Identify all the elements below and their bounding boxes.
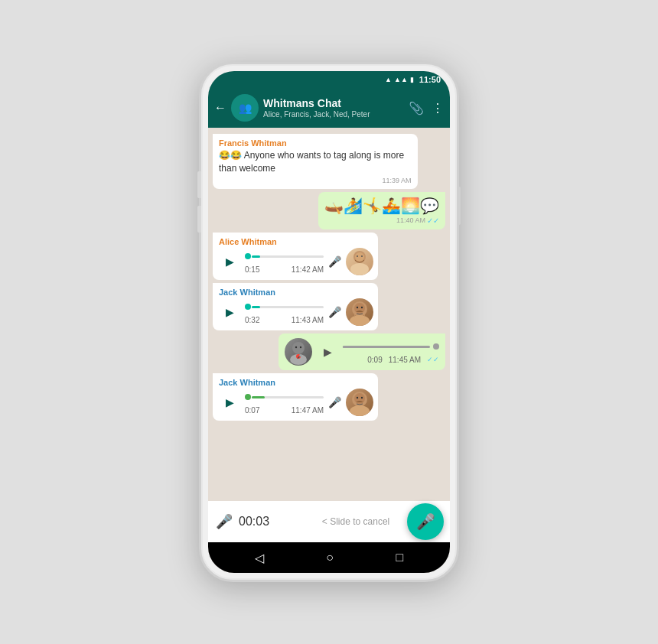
signal-icon: ▲▲ — [394, 76, 408, 83]
waveform: 0:07 11:47 AM — [245, 389, 324, 415]
svg-point-19 — [357, 396, 358, 398]
nav-bar: ◁ ○ □ — [208, 542, 450, 573]
attachment-icon[interactable]: 📎 — [409, 101, 424, 115]
svg-point-2 — [355, 252, 364, 262]
header-actions: 📎 ⋮ — [409, 101, 444, 115]
waveform: 0:15 11:42 AM — [245, 249, 324, 274]
duration-label: 0:15 — [245, 265, 259, 274]
voice-message: ▶ 0:09 11:45 AM — [317, 339, 439, 364]
recording-bar: 🎤 00:03 < Slide to cancel 🎤 — [208, 501, 450, 542]
apps-nav-button[interactable]: □ — [396, 551, 404, 564]
sender-name: Alice Whitman — [219, 237, 373, 246]
chat-header: ← 👥 Whitmans Chat Alice, Francis, Jack, … — [208, 88, 450, 128]
message-time: 11:39 AM — [219, 177, 412, 184]
message-text: 😂😂 Anyone who wants to tag along is more… — [219, 149, 412, 175]
svg-point-1 — [350, 263, 369, 275]
play-icon: ▶ — [226, 396, 234, 408]
message-time: 11:40 AM ✓✓ — [324, 216, 439, 225]
record-button[interactable]: 🎤 — [407, 503, 444, 540]
waveform-bars — [245, 389, 324, 405]
waveform: 0:09 11:45 AM ✓✓ — [343, 339, 439, 364]
mic-button-icon: 🎤 — [416, 512, 435, 531]
read-ticks: ✓✓ — [427, 216, 439, 225]
mic-icon: 🎤 — [328, 396, 341, 408]
wifi-icon: ▲ — [385, 76, 392, 83]
chat-title: Whitmans Chat — [263, 97, 404, 110]
battery-icon: ▮ — [410, 76, 414, 83]
status-bar: ▲ ▲▲ ▮ 11:50 — [208, 71, 450, 88]
timestamp: 11:47 AM — [292, 406, 324, 415]
play-button[interactable]: ▶ — [219, 392, 240, 413]
svg-point-9 — [361, 306, 363, 307]
sender-name: Jack Whitman — [219, 378, 373, 387]
waveform-bars — [245, 299, 324, 314]
message-jack-voice-2: Jack Whitman ▶ — [213, 373, 378, 421]
svg-point-10 — [292, 342, 305, 354]
svg-text:🎤: 🎤 — [297, 354, 302, 359]
avatar-recording: 🎤 — [285, 338, 312, 366]
back-nav-button[interactable]: ◁ — [255, 551, 264, 565]
home-nav-button[interactable]: ○ — [326, 551, 334, 564]
volume-up-button[interactable] — [197, 171, 201, 198]
recording-mic-icon: 🎤 — [216, 513, 233, 530]
avatar-alice — [346, 248, 373, 275]
svg-point-13 — [300, 346, 301, 347]
message-emoji-outgoing: 🛶🏄🤸🚣🌅💬 11:40 AM ✓✓ — [318, 192, 445, 229]
status-icons: ▲ ▲▲ ▮ 11:50 — [385, 75, 441, 84]
svg-point-12 — [295, 346, 297, 347]
timestamp: 11:45 AM — [389, 356, 421, 364]
power-button[interactable] — [457, 187, 461, 225]
header-info: Whitmans Chat Alice, Francis, Jack, Ned,… — [263, 97, 404, 119]
avatar-jack-2 — [346, 389, 373, 416]
svg-point-3 — [357, 255, 358, 257]
sender-name: Jack Whitman — [219, 288, 373, 297]
play-icon: ▶ — [324, 346, 332, 358]
phone-frame: ▲ ▲▲ ▮ 11:50 ← 👥 Whitmans Chat Alice, Fr… — [199, 62, 459, 582]
phone-screen: ▲ ▲▲ ▮ 11:50 ← 👥 Whitmans Chat Alice, Fr… — [208, 71, 450, 573]
voice-message: ▶ 0:15 11: — [219, 249, 341, 274]
play-button[interactable]: ▶ — [317, 341, 338, 363]
duration-label: 0:07 — [245, 406, 259, 415]
group-avatar: 👥 — [231, 94, 259, 122]
play-button[interactable]: ▶ — [219, 251, 240, 272]
sender-name: Francis Whitman — [219, 138, 412, 148]
message-jack-voice-1: Jack Whitman ▶ — [213, 283, 378, 330]
message-outgoing-voice: 🎤 ▶ — [279, 333, 445, 370]
voice-message: ▶ 0:07 11:47 AM — [219, 389, 341, 415]
duration-label: 0:09 — [367, 356, 382, 364]
chat-members: Alice, Francis, Jack, Ned, Peter — [263, 110, 404, 119]
chat-area: Francis Whitman 😂😂 Anyone who wants to t… — [208, 128, 450, 501]
message-alice-voice: Alice Whitman ▶ — [213, 233, 378, 280]
menu-icon[interactable]: ⋮ — [432, 101, 444, 115]
svg-point-8 — [357, 306, 358, 307]
svg-point-6 — [350, 315, 370, 326]
read-ticks: ✓✓ — [427, 356, 439, 364]
play-button[interactable]: ▶ — [219, 301, 240, 323]
avatar-jack — [346, 298, 373, 326]
waveform: 0:32 11:43 AM — [245, 299, 324, 324]
time-display: 11:50 — [419, 75, 441, 84]
svg-point-20 — [361, 396, 363, 398]
timestamp: 11:42 AM — [292, 265, 324, 274]
timestamp: 11:43 AM — [292, 316, 324, 324]
waveform-bars — [245, 249, 324, 264]
mic-icon: 🎤 — [328, 255, 341, 268]
waveform-bars — [343, 339, 439, 354]
svg-point-4 — [361, 255, 363, 257]
message-francis-text: Francis Whitman 😂😂 Anyone who wants to t… — [213, 134, 418, 189]
svg-point-17 — [350, 405, 370, 416]
play-icon: ▶ — [226, 255, 234, 268]
recording-timer: 00:03 — [239, 515, 269, 529]
duration-label: 0:32 — [245, 316, 259, 324]
mic-icon: 🎤 — [328, 306, 341, 318]
back-button[interactable]: ← — [214, 101, 226, 115]
play-icon: ▶ — [226, 306, 234, 318]
voice-message: ▶ 0:32 11:43 AM — [219, 299, 341, 324]
emoji-content: 🛶🏄🤸🚣🌅💬 — [324, 197, 439, 215]
volume-down-button[interactable] — [197, 206, 201, 233]
